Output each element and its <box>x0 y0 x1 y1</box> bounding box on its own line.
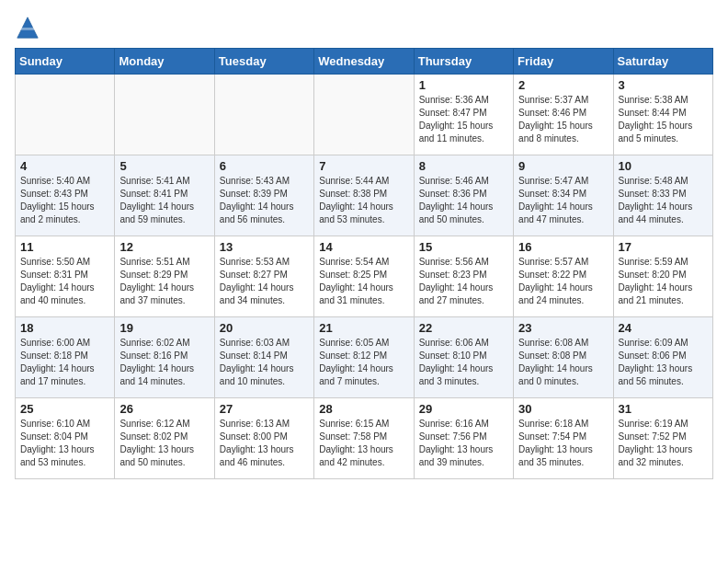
column-header-tuesday: Tuesday <box>214 49 313 75</box>
day-info: Sunrise: 5:41 AM Sunset: 8:41 PM Dayligh… <box>119 175 209 226</box>
day-info: Sunrise: 6:16 AM Sunset: 7:56 PM Dayligh… <box>419 418 508 469</box>
calendar-day-cell: 8Sunrise: 5:46 AM Sunset: 8:36 PM Daylig… <box>414 155 513 236</box>
day-info: Sunrise: 5:43 AM Sunset: 8:39 PM Dayligh… <box>220 175 309 226</box>
day-info: Sunrise: 5:48 AM Sunset: 8:33 PM Dayligh… <box>619 175 708 226</box>
calendar-day-cell: 31Sunrise: 6:19 AM Sunset: 7:52 PM Dayli… <box>613 398 712 479</box>
calendar-day-cell: 20Sunrise: 6:03 AM Sunset: 8:14 PM Dayli… <box>214 317 313 398</box>
calendar-day-cell: 24Sunrise: 6:09 AM Sunset: 8:06 PM Dayli… <box>613 317 712 398</box>
column-header-saturday: Saturday <box>613 49 712 75</box>
day-number: 8 <box>419 159 508 173</box>
day-number: 22 <box>419 321 508 335</box>
day-info: Sunrise: 6:09 AM Sunset: 8:06 PM Dayligh… <box>619 337 708 388</box>
calendar-day-cell: 3Sunrise: 5:38 AM Sunset: 8:44 PM Daylig… <box>613 75 712 155</box>
column-header-wednesday: Wednesday <box>314 49 414 75</box>
calendar-day-cell: 29Sunrise: 6:16 AM Sunset: 7:56 PM Dayli… <box>414 398 513 479</box>
day-number: 26 <box>119 402 209 416</box>
day-number: 24 <box>619 321 708 335</box>
day-number: 17 <box>619 240 708 254</box>
calendar-day-cell: 18Sunrise: 6:00 AM Sunset: 8:18 PM Dayli… <box>16 317 115 398</box>
day-info: Sunrise: 5:50 AM Sunset: 8:31 PM Dayligh… <box>20 256 109 307</box>
day-number: 27 <box>220 402 309 416</box>
calendar-day-cell: 23Sunrise: 6:08 AM Sunset: 8:08 PM Dayli… <box>514 317 613 398</box>
day-info: Sunrise: 5:56 AM Sunset: 8:23 PM Dayligh… <box>419 256 508 307</box>
calendar-week-row: 25Sunrise: 6:10 AM Sunset: 8:04 PM Dayli… <box>16 398 713 479</box>
day-info: Sunrise: 5:40 AM Sunset: 8:43 PM Dayligh… <box>20 175 109 226</box>
svg-rect-2 <box>21 28 34 30</box>
day-info: Sunrise: 6:12 AM Sunset: 8:02 PM Dayligh… <box>119 418 209 469</box>
calendar-day-cell: 14Sunrise: 5:54 AM Sunset: 8:25 PM Dayli… <box>314 236 414 317</box>
calendar-day-cell <box>214 75 313 155</box>
calendar-week-row: 11Sunrise: 5:50 AM Sunset: 8:31 PM Dayli… <box>16 236 713 317</box>
day-number: 18 <box>20 321 109 335</box>
day-info: Sunrise: 6:19 AM Sunset: 7:52 PM Dayligh… <box>619 418 708 469</box>
day-number: 31 <box>619 402 708 416</box>
calendar-day-cell: 27Sunrise: 6:13 AM Sunset: 8:00 PM Dayli… <box>214 398 313 479</box>
day-number: 15 <box>419 240 508 254</box>
day-number: 4 <box>20 159 109 173</box>
day-info: Sunrise: 6:06 AM Sunset: 8:10 PM Dayligh… <box>419 337 508 388</box>
day-info: Sunrise: 5:53 AM Sunset: 8:27 PM Dayligh… <box>220 256 309 307</box>
calendar-day-cell <box>115 75 214 155</box>
day-number: 1 <box>419 78 508 92</box>
day-info: Sunrise: 6:15 AM Sunset: 7:58 PM Dayligh… <box>319 418 408 469</box>
day-number: 20 <box>220 321 309 335</box>
day-info: Sunrise: 5:51 AM Sunset: 8:29 PM Dayligh… <box>119 256 209 307</box>
day-number: 25 <box>20 402 109 416</box>
calendar-day-cell: 2Sunrise: 5:37 AM Sunset: 8:46 PM Daylig… <box>514 75 613 155</box>
day-info: Sunrise: 6:13 AM Sunset: 8:00 PM Dayligh… <box>220 418 309 469</box>
day-info: Sunrise: 5:38 AM Sunset: 8:44 PM Dayligh… <box>619 94 708 145</box>
day-number: 28 <box>319 402 408 416</box>
day-number: 19 <box>119 321 209 335</box>
logo-icon <box>15 15 40 40</box>
calendar-week-row: 4Sunrise: 5:40 AM Sunset: 8:43 PM Daylig… <box>16 155 713 236</box>
day-info: Sunrise: 6:05 AM Sunset: 8:12 PM Dayligh… <box>319 337 408 388</box>
day-info: Sunrise: 5:44 AM Sunset: 8:38 PM Dayligh… <box>319 175 408 226</box>
day-info: Sunrise: 6:10 AM Sunset: 8:04 PM Dayligh… <box>20 418 109 469</box>
day-number: 29 <box>419 402 508 416</box>
day-info: Sunrise: 5:47 AM Sunset: 8:34 PM Dayligh… <box>518 175 608 226</box>
day-number: 16 <box>518 240 608 254</box>
calendar-day-cell: 30Sunrise: 6:18 AM Sunset: 7:54 PM Dayli… <box>514 398 613 479</box>
calendar-day-cell: 1Sunrise: 5:36 AM Sunset: 8:47 PM Daylig… <box>414 75 513 155</box>
day-number: 3 <box>619 78 708 92</box>
day-number: 12 <box>119 240 209 254</box>
calendar-day-cell: 21Sunrise: 6:05 AM Sunset: 8:12 PM Dayli… <box>314 317 414 398</box>
logo <box>15 15 44 40</box>
calendar-day-cell: 17Sunrise: 5:59 AM Sunset: 8:20 PM Dayli… <box>613 236 712 317</box>
day-number: 14 <box>319 240 408 254</box>
day-info: Sunrise: 5:37 AM Sunset: 8:46 PM Dayligh… <box>518 94 608 145</box>
calendar-day-cell: 28Sunrise: 6:15 AM Sunset: 7:58 PM Dayli… <box>314 398 414 479</box>
calendar-day-cell: 11Sunrise: 5:50 AM Sunset: 8:31 PM Dayli… <box>16 236 115 317</box>
calendar-day-cell: 15Sunrise: 5:56 AM Sunset: 8:23 PM Dayli… <box>414 236 513 317</box>
calendar-day-cell: 19Sunrise: 6:02 AM Sunset: 8:16 PM Dayli… <box>115 317 214 398</box>
calendar-day-cell: 9Sunrise: 5:47 AM Sunset: 8:34 PM Daylig… <box>514 155 613 236</box>
day-info: Sunrise: 6:18 AM Sunset: 7:54 PM Dayligh… <box>518 418 608 469</box>
day-number: 7 <box>319 159 408 173</box>
day-number: 9 <box>518 159 608 173</box>
day-number: 5 <box>119 159 209 173</box>
day-number: 11 <box>20 240 109 254</box>
calendar-day-cell: 4Sunrise: 5:40 AM Sunset: 8:43 PM Daylig… <box>16 155 115 236</box>
day-number: 23 <box>518 321 608 335</box>
calendar-day-cell: 16Sunrise: 5:57 AM Sunset: 8:22 PM Dayli… <box>514 236 613 317</box>
calendar-week-row: 1Sunrise: 5:36 AM Sunset: 8:47 PM Daylig… <box>16 75 713 155</box>
calendar-day-cell: 7Sunrise: 5:44 AM Sunset: 8:38 PM Daylig… <box>314 155 414 236</box>
day-info: Sunrise: 5:54 AM Sunset: 8:25 PM Dayligh… <box>319 256 408 307</box>
column-header-sunday: Sunday <box>16 49 115 75</box>
column-header-monday: Monday <box>115 49 214 75</box>
calendar-day-cell <box>16 75 115 155</box>
calendar-day-cell: 13Sunrise: 5:53 AM Sunset: 8:27 PM Dayli… <box>214 236 313 317</box>
day-info: Sunrise: 5:36 AM Sunset: 8:47 PM Dayligh… <box>419 94 508 145</box>
day-number: 21 <box>319 321 408 335</box>
calendar-day-cell: 22Sunrise: 6:06 AM Sunset: 8:10 PM Dayli… <box>414 317 513 398</box>
day-number: 10 <box>619 159 708 173</box>
calendar-day-cell: 10Sunrise: 5:48 AM Sunset: 8:33 PM Dayli… <box>613 155 712 236</box>
calendar-day-cell <box>314 75 414 155</box>
day-number: 6 <box>220 159 309 173</box>
day-info: Sunrise: 5:46 AM Sunset: 8:36 PM Dayligh… <box>419 175 508 226</box>
column-header-friday: Friday <box>514 49 613 75</box>
calendar-header-row: SundayMondayTuesdayWednesdayThursdayFrid… <box>16 49 713 75</box>
calendar-day-cell: 25Sunrise: 6:10 AM Sunset: 8:04 PM Dayli… <box>16 398 115 479</box>
calendar-day-cell: 6Sunrise: 5:43 AM Sunset: 8:39 PM Daylig… <box>214 155 313 236</box>
calendar-day-cell: 12Sunrise: 5:51 AM Sunset: 8:29 PM Dayli… <box>115 236 214 317</box>
